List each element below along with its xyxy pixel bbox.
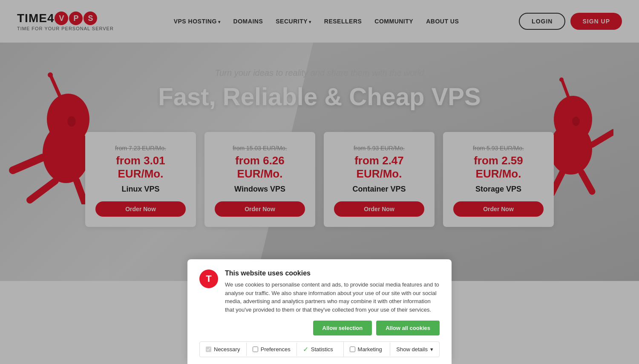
cookie-title: This website uses cookies [225,269,440,277]
cookie-content: This website uses cookies We use cookies… [225,269,440,281]
cookie-banner: T This website uses cookies We use cooki… [187,259,452,281]
cookie-overlay: T This website uses cookies We use cooki… [0,0,639,281]
cookie-header: T This website uses cookies We use cooki… [199,269,440,281]
cookie-icon: T [199,269,218,281]
cookie-text: We use cookies to personalise content an… [225,281,440,281]
